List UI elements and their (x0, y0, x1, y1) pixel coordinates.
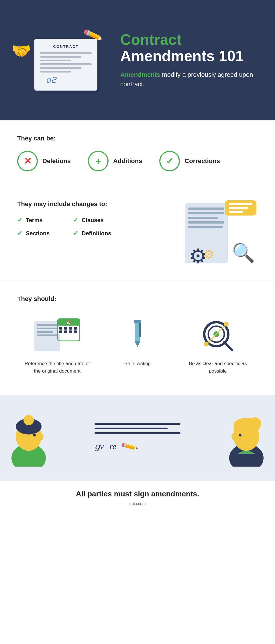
doc-line (188, 226, 223, 228)
additions-label: Additions (113, 157, 142, 165)
hero-title-white: Amendments 101 (120, 48, 244, 64)
sign-footer-source: nolo.com (9, 501, 266, 506)
section3-left: They may include changes to: ✓ Terms ✓ C… (17, 200, 183, 237)
check-item-terms: ✓ Terms (17, 216, 64, 224)
section-sign: ɡν re ✏️ (0, 395, 275, 514)
cal-dot (69, 330, 72, 333)
signature-left: ɡν (95, 441, 104, 451)
checklist: ✓ Terms ✓ Clauses ✓ Sections ✓ Definitio… (17, 216, 120, 237)
cal-dot (64, 330, 67, 333)
can-be-item-deletions: ✕ Deletions (17, 151, 71, 171)
magnify-icon: 🔍 (232, 243, 255, 262)
cal-dot (59, 330, 62, 333)
sections-label: Sections (26, 230, 50, 237)
calendar-icon: 📅 (57, 318, 80, 341)
check-item-sections: ✓ Sections (17, 230, 64, 237)
hero-illustration: 🤝 CONTRACT ɑƧ ✏️ (17, 30, 109, 91)
svg-point-17 (25, 416, 33, 424)
ref-doc-line (37, 328, 58, 329)
should-row: 📅 Refer (17, 311, 258, 380)
can-be-row: ✕ Deletions + Additions ✓ Corrections (17, 151, 258, 171)
check-mark: ✓ (17, 216, 22, 224)
should-icon-clear (201, 317, 235, 354)
corrections-icon: ✓ (159, 151, 180, 171)
pen-svg (126, 318, 149, 353)
chat-line (229, 211, 243, 213)
chat-line (229, 207, 248, 209)
svg-marker-1 (135, 341, 140, 347)
section-can-be: They can be: ✕ Deletions + Additions ✓ C… (0, 120, 275, 186)
gear-small-icon: ⚙ (203, 248, 214, 261)
contract-doc-label: CONTRACT (40, 44, 92, 49)
doc-line (188, 221, 224, 224)
svg-point-27 (239, 434, 241, 436)
svg-point-25 (233, 423, 259, 434)
should-label-writing: Be in writing (124, 360, 151, 367)
sign-footer: All parties must sign amendments. nolo.c… (0, 481, 275, 514)
doc-line (188, 208, 224, 210)
corrections-label: Corrections (184, 157, 220, 165)
person-right-svg (223, 409, 269, 467)
svg-point-19 (33, 434, 36, 436)
check-mark: ✓ (17, 230, 22, 237)
hero-section: 🤝 CONTRACT ɑƧ ✏️ Contract Amendments 101… (0, 0, 275, 120)
cal-dot (69, 327, 72, 330)
section2-title: They can be: (17, 135, 258, 142)
can-be-item-corrections: ✓ Corrections (159, 151, 220, 171)
doc-line (40, 71, 71, 73)
deletions-label: Deletions (42, 157, 71, 165)
hero-title-green: Contract (120, 31, 182, 48)
should-item-reference: 📅 Refer (17, 311, 97, 380)
svg-line-11 (224, 342, 232, 350)
section-should: They should: 📅 (0, 281, 275, 395)
should-item-writing: Be in writing (97, 311, 178, 380)
doc-line (40, 56, 81, 58)
doc-line (40, 52, 92, 54)
sign-line (95, 423, 180, 425)
additions-icon: + (88, 151, 109, 171)
hero-desc-highlight: Amendments (120, 71, 160, 78)
signing-area: ɡν re ✏️ (57, 423, 218, 453)
signature-right: re (109, 441, 116, 451)
sign-line (95, 428, 168, 429)
section-may-include: They may include changes to: ✓ Terms ✓ C… (0, 186, 275, 281)
section3-illustration: ⚙ ⚙ 🔍 (183, 200, 258, 266)
doc-line (40, 60, 71, 61)
cal-dot (64, 327, 67, 330)
doc-line (40, 63, 92, 65)
hero-description: Amendments modify a previously agreed up… (120, 70, 258, 89)
section4-title: They should: (17, 295, 258, 303)
ref-doc-line (37, 331, 54, 333)
sign-line (95, 432, 180, 434)
can-be-item-additions: + Additions (88, 151, 142, 171)
definitions-label: Definitions (82, 230, 111, 237)
doc-line (188, 217, 218, 219)
should-icon-reference: 📅 (34, 317, 80, 354)
target-magnify-svg (201, 318, 235, 353)
sign-footer-title: All parties must sign amendments. (9, 490, 266, 498)
should-label-clear: Be as clear and specific as possible (184, 360, 252, 375)
section3-title: They may include changes to: (17, 200, 183, 208)
check-mark: ✓ (73, 216, 78, 224)
person-left (0, 406, 57, 469)
svg-point-18 (39, 433, 44, 440)
chat-line (229, 203, 252, 205)
doc-signature: ɑƧ (46, 75, 92, 85)
svg-rect-2 (139, 323, 141, 337)
ref-doc-line (37, 324, 58, 326)
clauses-label: Clauses (82, 217, 104, 224)
person-right (218, 406, 275, 469)
should-item-clear: Be as clear and specific as possible (178, 311, 258, 380)
cal-dot (74, 330, 77, 333)
doc-line (40, 67, 81, 69)
deletions-icon: ✕ (17, 151, 38, 171)
signing-pencil-icon: ✏️ (120, 437, 139, 456)
person-left-svg (6, 409, 52, 467)
doc-line (188, 212, 224, 214)
cal-dot (59, 327, 62, 330)
handshake-icon: 🤝 (11, 42, 31, 60)
svg-point-26 (231, 433, 236, 440)
should-label-reference: Reference the title and date of the orig… (23, 360, 91, 375)
terms-label: Terms (26, 217, 43, 224)
contract-document: CONTRACT ɑƧ (34, 39, 97, 91)
